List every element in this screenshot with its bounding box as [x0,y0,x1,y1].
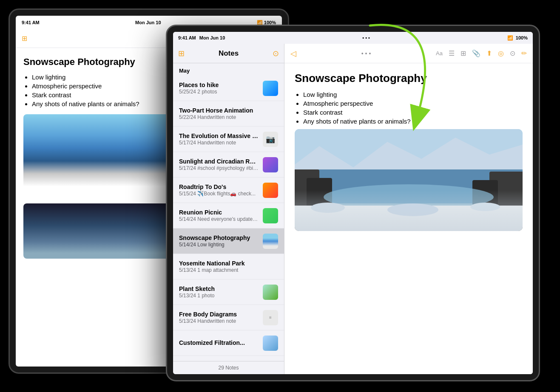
note-thumb-filtration [263,336,278,351]
detail-pencil-icon[interactable]: ✏ [521,49,527,57]
back-sidebar-icon[interactable]: ⊞ [22,34,27,42]
note-thumb-diagram: ≡ [263,310,278,325]
wifi-icon: 📶 [507,35,513,41]
ipad-front-screen: 9:41 AM Mon Jun 10 • • • 📶 100% ⊞ Notes … [173,32,533,374]
note-detail-panel: ◁ • • • Aa ☰ ⊞ 📎 ⬆ ◎ ⊙ ✏ [284,44,533,374]
note-item-horse-animation[interactable]: Two-Part Horse Animation 5/22/24 Handwri… [173,101,284,127]
notes-count: 29 Notes [173,361,284,374]
note-thumb-snowscape [263,234,278,249]
notes-split-view: ⊞ Notes ⊙ May Places to hike 5/25/24 2 p… [173,44,533,374]
note-thumb-roadtrip [263,183,278,198]
detail-list-icon[interactable]: ☰ [449,49,455,57]
note-content: Snowscape Photography Low lighting Atmos… [284,63,533,374]
detail-bullet-4: Any shots of native plants or animals? [303,118,523,125]
note-detail-bullets: Low lighting Atmospheric perspective Sta… [295,91,523,125]
back-date: Mon Jun 10 [135,20,161,25]
notes-sidebar: ⊞ Notes ⊙ May Places to hike 5/25/24 2 p… [173,44,284,374]
detail-dots: • • • [361,50,371,57]
status-date: Mon Jun 10 [199,35,225,40]
note-item-circadian[interactable]: Sunlight and Circadian Rhythm... 5/17/24… [173,152,284,178]
note-item-yosemite[interactable]: Yosemite National Park 5/13/24 1 map att… [173,254,284,279]
status-time: 9:41 AM [178,35,196,40]
detail-bullet-3: Stark contrast [303,109,523,116]
sidebar-toolbar: ⊞ Notes ⊙ [173,44,284,63]
detail-location-icon[interactable]: ◎ [498,49,504,57]
detail-table-icon[interactable]: ⊞ [461,49,466,57]
note-item-free-body[interactable]: Free Body Diagrams 5/13/24 Handwritten n… [173,305,284,330]
note-thumb-reunion [263,208,278,223]
svg-rect-6 [472,180,498,231]
svg-rect-4 [307,178,332,231]
svg-point-7 [324,184,494,210]
note-detail-toolbar: ◁ • • • Aa ☰ ⊞ 📎 ⬆ ◎ ⊙ ✏ [284,44,533,63]
note-item-plant-sketch[interactable]: Plant Sketch 5/13/24 1 photo [173,279,284,305]
sidebar-title: Notes [185,49,273,58]
svg-rect-8 [295,206,523,231]
note-item-roadtrip[interactable]: Roadtrip To Do's 5/15/24 ✈️Book flights🚗… [173,178,284,203]
status-bar: 9:41 AM Mon Jun 10 • • • 📶 100% [173,32,533,44]
note-landscape-photo [295,129,523,231]
note-item-reunion[interactable]: Reunion Picnic 5/14/24 Need everyone's u… [173,203,284,228]
battery-status: 100% [516,35,528,40]
back-time: 9:41 AM [22,20,40,25]
detail-aa-icon[interactable]: Aa [436,50,443,56]
sidebar-toggle-icon[interactable]: ⊞ [178,49,185,58]
status-dots: • • • [362,35,370,40]
note-thumb-plant [263,285,278,300]
back-nav-icon[interactable]: ◁ [290,49,296,58]
detail-attach-icon[interactable]: 📎 [472,49,480,57]
note-detail-image [295,129,523,231]
svg-point-11 [470,203,500,211]
note-item-filtration[interactable]: Customized Filtration... [173,330,284,356]
note-thumb-star: 📷 [263,132,278,147]
sidebar-more-icon[interactable]: ⊙ [273,49,279,58]
note-item-massive-star[interactable]: The Evolution of Massive Star... 5/17/24… [173,127,284,152]
detail-bullet-1: Low lighting [303,91,523,98]
detail-more-icon[interactable]: ⊙ [510,49,515,57]
section-header-may: May [173,63,284,76]
note-thumb-circadian [263,157,278,172]
note-detail-title: Snowscape Photography [295,72,523,85]
note-thumb-places [263,81,278,96]
notes-list: Places to hike 5/25/24 2 photos Two-Part… [173,76,284,361]
detail-share-icon[interactable]: ⬆ [486,49,492,57]
note-item-places-to-hike[interactable]: Places to hike 5/25/24 2 photos [173,76,284,101]
detail-bullet-2: Atmospheric perspective [303,100,523,107]
svg-point-10 [387,203,438,216]
note-item-snowscape[interactable]: Snowscape Photography 5/14/24 Low lighti… [173,228,284,254]
svg-point-9 [311,203,345,213]
ipad-foreground: 9:41 AM Mon Jun 10 • • • 📶 100% ⊞ Notes … [166,25,540,381]
